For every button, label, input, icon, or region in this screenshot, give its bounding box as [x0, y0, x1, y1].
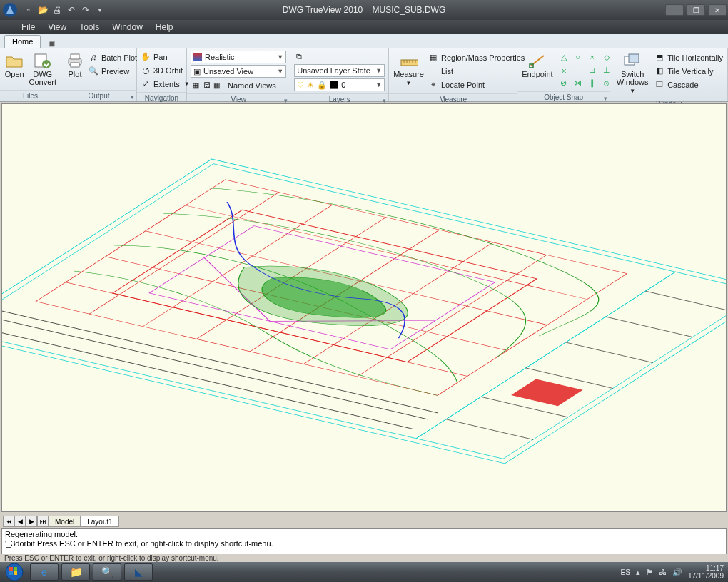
trueview-icon: ◣ [135, 566, 143, 578]
tab-collapse-icon[interactable]: ▣ [45, 38, 58, 48]
layout-tabs: ⏮ ◀ ▶ ⏭ Model Layout1 [3, 515, 119, 528]
pan-button[interactable]: ✋Pan [141, 51, 190, 63]
endpoint-label: Endpoint [522, 71, 552, 78]
layout-next-button[interactable]: ▶ [26, 516, 37, 527]
qat-plot-icon[interactable]: 🖨 [51, 4, 63, 16]
tile-v-icon: ◧ [654, 66, 664, 76]
layer-state-dropdown[interactable]: Unsaved Layer State▼ [294, 64, 385, 77]
document-title: MUSIC_SUB.DWG [373, 5, 446, 15]
tab-home[interactable]: Home [4, 35, 41, 48]
ribbon-tab-row: Home ▣ [0, 34, 728, 48]
osnap-center-icon[interactable]: ○ [572, 51, 585, 63]
osnap-expand-icon[interactable]: ▾ [604, 93, 607, 104]
menu-view[interactable]: View [48, 22, 66, 32]
tab-layout1[interactable]: Layout1 [81, 516, 119, 527]
layout-last-button[interactable]: ⏭ [37, 516, 49, 527]
locate-point-button[interactable]: ⌖Locate Point [428, 78, 525, 91]
batch-plot-button[interactable]: 🖨Batch Plot [89, 51, 137, 63]
tab-model[interactable]: Model [49, 516, 81, 527]
taskbar-trueview-button[interactable]: ◣ [124, 563, 153, 581]
measure-button[interactable]: Measure▼ [393, 51, 424, 87]
layout-prev-button[interactable]: ◀ [14, 516, 26, 527]
region-mass-icon: ▦ [428, 53, 438, 63]
saved-view-icon: ▣ [193, 67, 201, 76]
command-window[interactable]: Regenerating model. '_3dorbit Press ESC … [1, 528, 727, 555]
switch-windows-button[interactable]: Switch Windows▼ [615, 51, 650, 95]
preview-button[interactable]: 🔍Preview [89, 65, 137, 77]
endpoint-button[interactable]: Endpoint [522, 51, 552, 78]
taskbar-explorer-button[interactable]: 📁 [61, 563, 90, 581]
svg-rect-47 [9, 571, 13, 575]
osnap-node-icon[interactable]: × [586, 51, 599, 63]
folder-icon: 📁 [70, 566, 82, 578]
osnap-parallel-icon[interactable]: ∥ [586, 77, 599, 88]
layout-first-button[interactable]: ⏮ [3, 516, 14, 527]
tray-flag-icon[interactable]: ⚑ [646, 568, 653, 577]
tile-h-icon: ⬒ [654, 53, 664, 63]
svg-line-36 [606, 317, 693, 337]
close-button[interactable]: ✕ [708, 4, 727, 16]
panel-osnap-label: Object Snap [544, 93, 583, 101]
preview-icon: 🔍 [89, 66, 98, 76]
layer-bulb-icon: ♡ [297, 81, 304, 90]
layer-name-value: 0 [341, 81, 345, 89]
saved-view-dropdown[interactable]: ▣Unsaved View▼ [191, 65, 286, 78]
osnap-extension-icon[interactable]: — [572, 64, 585, 76]
plot-button[interactable]: Plot [66, 51, 84, 78]
osnap-tangent-icon[interactable]: ⊘ [557, 77, 570, 88]
menu-file[interactable]: File [21, 22, 35, 32]
orbit-button[interactable]: ⭯3D Orbit [141, 64, 190, 76]
printer-icon [66, 51, 84, 70]
qat-open-icon[interactable]: 📂 [37, 4, 49, 16]
tile-h-label: Tile Horizontally [667, 53, 723, 62]
measure-label: Measure [393, 71, 424, 78]
chevron-down-icon: ▼ [375, 67, 382, 74]
minimize-button[interactable]: — [665, 4, 684, 16]
qat-new-icon[interactable]: ▫ [23, 4, 34, 16]
chevron-down-icon: ▼ [406, 79, 412, 87]
list-button[interactable]: ☰List [428, 65, 525, 77]
chevron-down-icon: ▼ [277, 68, 283, 75]
tray-clock[interactable]: 11:17 17/11/2009 [688, 564, 724, 580]
tray-volume-icon[interactable]: 🔊 [672, 568, 682, 577]
named-views-button[interactable]: ▦🖫▦ Named Views [191, 79, 286, 91]
batch-plot-icon: 🖨 [89, 53, 98, 63]
tray-network-icon[interactable]: 🖧 [659, 568, 667, 576]
app-icon[interactable] [0, 0, 20, 20]
visual-style-dropdown[interactable]: Realistic▼ [191, 51, 286, 63]
taskbar-magnifier-button[interactable]: 🔍 [93, 563, 121, 581]
region-mass-button[interactable]: ▦Region/Mass Properties [428, 51, 525, 63]
qat-dropdown-icon[interactable]: ▼ [94, 4, 106, 16]
layer-state-button[interactable]: ⧉ [294, 51, 385, 63]
taskbar-ie-button[interactable]: e [30, 563, 59, 581]
qat-undo-icon[interactable]: ↶ [66, 4, 77, 16]
output-expand-icon[interactable]: ▾ [131, 92, 134, 103]
cascade-button[interactable]: ❐Cascade [654, 78, 723, 91]
svg-rect-18 [416, 272, 726, 459]
osnap-nearest-icon[interactable]: ⋈ [572, 77, 585, 88]
layer-lock-icon: 🔒 [317, 81, 327, 90]
qat-redo-icon[interactable]: ↷ [80, 4, 91, 16]
open-button[interactable]: Open [4, 51, 24, 78]
osnap-insertion-icon[interactable]: ⊡ [586, 64, 599, 76]
maximize-button[interactable]: ❐ [687, 4, 705, 16]
osnap-midpoint-icon[interactable]: △ [557, 51, 570, 63]
visual-style-icon [193, 53, 202, 61]
tile-horizontally-button[interactable]: ⬒Tile Horizontally [654, 51, 723, 63]
tile-vertically-button[interactable]: ◧Tile Vertically [654, 65, 723, 77]
menu-window[interactable]: Window [112, 22, 143, 32]
svg-line-42 [2, 316, 428, 419]
list-icon: ☰ [428, 66, 438, 76]
open-label: Open [5, 71, 24, 78]
menu-tools[interactable]: Tools [79, 22, 99, 32]
tray-language[interactable]: ES [621, 568, 630, 576]
dwg-convert-button[interactable]: DWG Convert [29, 51, 56, 86]
osnap-intersection-icon[interactable]: ⨉ [557, 64, 570, 76]
tray-chevron-icon[interactable]: ▴ [636, 568, 640, 577]
svg-rect-34 [511, 379, 583, 407]
extents-button[interactable]: ⤢Extents▼ [141, 78, 190, 90]
menu-help[interactable]: Help [156, 22, 173, 32]
start-button[interactable] [0, 562, 29, 582]
drawing-canvas[interactable] [1, 103, 727, 512]
layer-dropdown[interactable]: ♡ ☀ 🔒 0 ▼ [294, 78, 385, 91]
